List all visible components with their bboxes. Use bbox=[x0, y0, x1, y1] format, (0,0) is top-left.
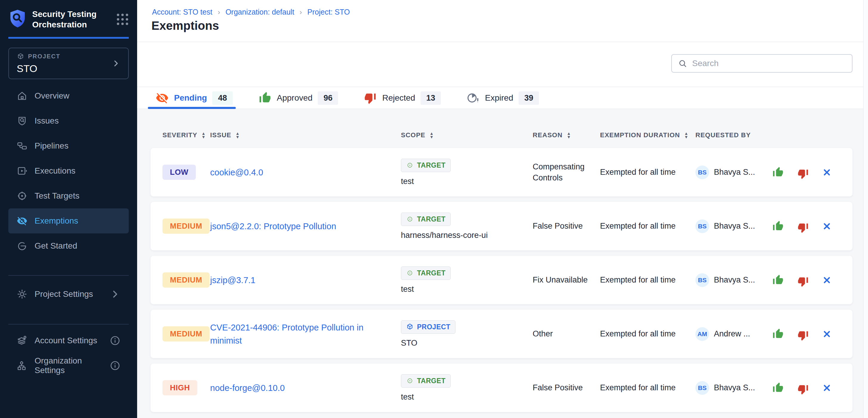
sidebar-item-executions[interactable]: Executions bbox=[8, 159, 129, 183]
reject-button[interactable] bbox=[797, 383, 809, 395]
layers-gear-icon bbox=[17, 335, 27, 346]
thumbs-down-icon bbox=[797, 383, 809, 395]
project-cube-icon bbox=[406, 323, 414, 331]
sort-icon[interactable]: ▲▼ bbox=[236, 132, 240, 139]
sidebar-item-overview[interactable]: Overview bbox=[8, 83, 129, 108]
sidebar-item-organization-settings[interactable]: Organization Settings bbox=[8, 353, 129, 378]
reject-button[interactable] bbox=[797, 168, 809, 179]
cancel-button[interactable] bbox=[822, 168, 832, 177]
duration-text: Exempted for all time bbox=[600, 168, 695, 177]
table-row[interactable]: LOW cookie@0.4.0 TARGET test Compensatin… bbox=[151, 148, 852, 197]
toolbar bbox=[137, 42, 863, 87]
sort-icon[interactable]: ▲▼ bbox=[684, 132, 688, 139]
issue-link[interactable]: CVE-2021-44906: Prototype Pollution in m… bbox=[210, 323, 363, 345]
chevron-separator-icon: › bbox=[300, 8, 302, 16]
sidebar-item-get-started[interactable]: Get Started bbox=[8, 234, 129, 258]
column-header-issue[interactable]: ISSUE▲▼ bbox=[210, 131, 401, 139]
reject-button[interactable] bbox=[797, 221, 809, 234]
column-header-scope[interactable]: SCOPE▲▼ bbox=[401, 131, 533, 139]
requested-by-name: Bhavya S... bbox=[714, 168, 755, 177]
breadcrumb-organization-link[interactable]: Organization: default bbox=[225, 8, 294, 16]
duration-text: Exempted for all time bbox=[600, 329, 695, 339]
issue-link[interactable]: cookie@0.4.0 bbox=[210, 168, 275, 177]
gear-icon bbox=[17, 289, 27, 300]
sidebar-item-label: Issues bbox=[35, 116, 59, 126]
info-icon[interactable] bbox=[110, 360, 120, 371]
sort-icon[interactable]: ▲▼ bbox=[430, 132, 434, 139]
column-header-reason[interactable]: REASON▲▼ bbox=[533, 131, 600, 139]
requested-by-cell: BS Bhavya S... bbox=[695, 219, 772, 233]
table-row[interactable]: MEDIUM json5@2.2.0: Prototype Pollution … bbox=[151, 202, 852, 250]
thumbs-down-icon bbox=[364, 92, 377, 104]
close-icon bbox=[822, 168, 832, 177]
avatar: AM bbox=[695, 327, 709, 341]
search-input[interactable] bbox=[692, 59, 846, 68]
sidebar-item-exemptions[interactable]: Exemptions bbox=[8, 208, 129, 234]
sort-icon[interactable]: ▲▼ bbox=[567, 132, 571, 139]
home-icon bbox=[17, 91, 27, 101]
project-selector[interactable]: PROJECT STO bbox=[8, 48, 129, 79]
cancel-button[interactable] bbox=[822, 221, 832, 231]
tab-label: Approved bbox=[277, 93, 313, 103]
issue-link[interactable]: json5@2.2.0: Prototype Pollution bbox=[210, 221, 348, 231]
reason-text: False Positive bbox=[533, 221, 600, 232]
status-tabs: Pending 48 Approved 96 Rejected 13 Expir… bbox=[137, 87, 863, 109]
search-icon bbox=[678, 59, 687, 68]
tab-rejected[interactable]: Rejected 13 bbox=[364, 87, 441, 109]
scope-cell: PROJECT STO bbox=[401, 320, 533, 348]
scope-type-label: TARGET bbox=[417, 269, 445, 277]
approve-button[interactable] bbox=[772, 166, 784, 178]
tab-count-badge: 48 bbox=[212, 92, 232, 105]
sidebar-item-test-targets[interactable]: Test Targets bbox=[8, 183, 129, 208]
search-box[interactable] bbox=[671, 54, 852, 73]
sidebar-item-project-settings[interactable]: Project Settings bbox=[8, 282, 129, 307]
app-header: Security Testing Orchestration bbox=[0, 0, 137, 30]
tab-pending[interactable]: Pending 48 bbox=[156, 87, 233, 109]
issue-link[interactable]: node-forge@0.10.0 bbox=[210, 383, 297, 393]
sidebar-item-pipelines[interactable]: Pipelines bbox=[8, 133, 129, 159]
reject-button[interactable] bbox=[797, 329, 809, 341]
duration-text: Exempted for all time bbox=[600, 383, 695, 392]
main-content: Account: STO test › Organization: defaul… bbox=[137, 0, 868, 418]
exemptions-table: SEVERITY▲▼ ISSUE▲▼ SCOPE▲▼ REASON▲▼ EXEM… bbox=[137, 109, 863, 418]
cancel-button[interactable] bbox=[822, 383, 832, 393]
tab-count-badge: 96 bbox=[318, 92, 338, 105]
cancel-button[interactable] bbox=[822, 329, 832, 339]
table-row[interactable]: MEDIUM jszip@3.7.1 TARGET test Fix Unava… bbox=[151, 256, 852, 304]
table-row[interactable]: HIGH node-forge@0.10.0 TARGET test False… bbox=[151, 363, 852, 412]
sidebar-item-account-settings[interactable]: Account Settings bbox=[8, 328, 129, 353]
breadcrumb-account-link[interactable]: Account: STO test bbox=[152, 8, 212, 16]
app-switcher-grid-icon[interactable] bbox=[117, 14, 128, 25]
approve-button[interactable] bbox=[772, 274, 784, 286]
approve-button[interactable] bbox=[772, 382, 784, 394]
reason-text: Other bbox=[533, 328, 600, 339]
tab-approved[interactable]: Approved 96 bbox=[258, 87, 338, 109]
pipeline-icon bbox=[17, 141, 27, 151]
sort-icon[interactable]: ▲▼ bbox=[202, 132, 206, 139]
shield-search-icon bbox=[17, 115, 27, 126]
tab-label: Pending bbox=[174, 93, 207, 103]
thumbs-up-icon bbox=[772, 274, 784, 286]
tab-count-badge: 13 bbox=[421, 92, 441, 105]
breadcrumb-project-link[interactable]: Project: STO bbox=[307, 8, 350, 16]
sidebar-item-issues[interactable]: Issues bbox=[8, 108, 129, 133]
table-row[interactable]: MEDIUM CVE-2021-44906: Prototype Polluti… bbox=[151, 310, 852, 358]
reject-button[interactable] bbox=[797, 275, 809, 287]
vertical-scrollbar[interactable] bbox=[863, 0, 868, 418]
approve-button[interactable] bbox=[772, 328, 784, 340]
cancel-button[interactable] bbox=[822, 275, 832, 285]
info-icon[interactable] bbox=[110, 335, 120, 346]
scope-name: harness/harness-core-ui bbox=[401, 231, 488, 240]
approve-button[interactable] bbox=[772, 220, 784, 232]
avatar: BS bbox=[695, 219, 709, 233]
chevron-right-icon bbox=[110, 289, 120, 300]
avatar: BS bbox=[695, 166, 709, 179]
column-header-severity[interactable]: SEVERITY▲▼ bbox=[162, 131, 210, 139]
tab-expired[interactable]: Expired 39 bbox=[466, 87, 539, 109]
requested-by-name: Bhavya S... bbox=[714, 221, 755, 231]
thumbs-up-icon bbox=[772, 382, 784, 394]
tab-label: Rejected bbox=[382, 93, 415, 103]
row-actions bbox=[772, 274, 835, 286]
column-header-exemption-duration[interactable]: EXEMPTION DURATION▲▼ bbox=[600, 131, 695, 139]
issue-link[interactable]: jszip@3.7.1 bbox=[210, 275, 268, 285]
